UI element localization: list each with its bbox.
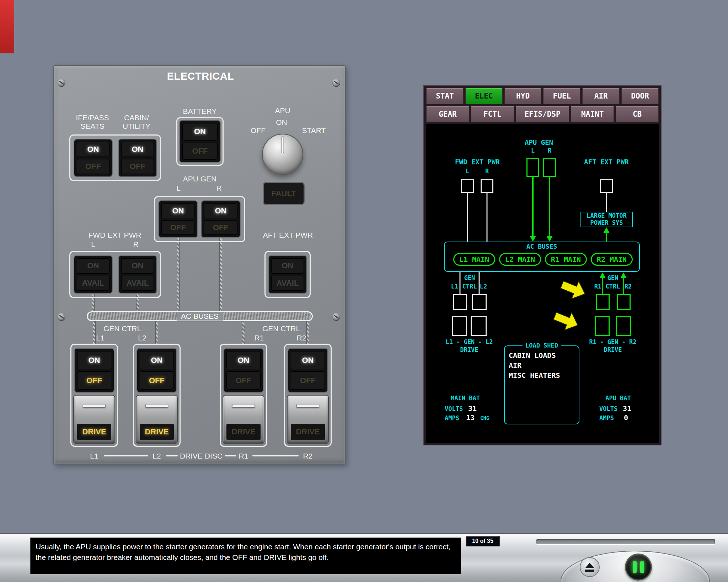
gen-ctrl-left-label: GEN CTRL — [103, 324, 141, 333]
cabin-utility-switch[interactable]: ON OFF — [118, 139, 157, 177]
load-shed-label: LOAD SHED — [523, 342, 561, 349]
gen-ctrl-l2-off-light: OFF — [140, 371, 174, 390]
r1-main-bus: R1 MAIN — [545, 253, 587, 266]
wire — [93, 321, 96, 344]
player-bar: Usually, the APU supplies power to the s… — [0, 533, 728, 582]
battery-switch[interactable]: ON OFF — [179, 120, 221, 163]
gen-ctrl-r1-switch[interactable]: ON OFF — [223, 348, 264, 393]
syn-right-drive: DRIVE — [604, 346, 622, 353]
gen-ctrl-r2-drive-light: DRIVE — [291, 424, 325, 440]
ife-off-light: OFF — [77, 159, 109, 174]
screw-icon — [58, 313, 65, 321]
eject-icon-bar — [585, 570, 594, 572]
syn-left-l1: L1 — [451, 283, 458, 290]
tab-maint[interactable]: MAINT — [571, 106, 614, 122]
r2-gen-drive-box — [616, 316, 631, 336]
apu-gen-r-switch[interactable]: ON OFF — [201, 200, 241, 238]
tab-efis-dsp[interactable]: EFIS/DSP — [516, 106, 569, 122]
battery-off-light: OFF — [182, 143, 218, 160]
tab-fctl[interactable]: FCTL — [471, 106, 514, 122]
r2-gen-ctrl-box — [617, 294, 631, 310]
syn-left-ctrl: CTRL — [462, 283, 477, 290]
r1-gen-ctrl-box — [596, 294, 610, 310]
red-sidebar-fragment — [0, 0, 14, 53]
fwd-ext-l-label: L — [91, 240, 95, 249]
gen-ctrl-r1-drive-light: DRIVE — [226, 424, 261, 440]
tab-air[interactable]: AIR — [582, 88, 620, 104]
electrical-panel: ELECTRICAL IFE/PASSSEATS CABIN/UTILITY O… — [53, 65, 346, 465]
gen-ctrl-r1-guard[interactable]: DRIVE — [223, 395, 264, 444]
main-bat-volts-label: VOLTS — [445, 405, 463, 412]
fwd-ext-l-avail-light: AVAIL — [77, 276, 109, 291]
apu-label: APU — [275, 106, 290, 115]
gen-ctrl-r2-guard[interactable]: DRIVE — [287, 395, 329, 444]
syn-apu-gen-label: APU GEN — [525, 138, 553, 146]
fwd-ext-pwr-l-switch[interactable]: ON AVAIL — [74, 255, 113, 294]
apu-bat-amps-label: AMPS — [599, 414, 614, 422]
syn-right-gen-caption: R1 - GEN - R2 — [589, 338, 636, 345]
apu-on-label: ON — [276, 118, 287, 127]
gen-ctrl-r1-handle — [232, 404, 255, 407]
highlight-arrow-icon — [558, 276, 589, 303]
apu-gen-r-label: R — [216, 184, 221, 192]
fwd-ext-pwr-r-switch[interactable]: ON AVAIL — [118, 255, 157, 294]
tab-gear[interactable]: GEAR — [426, 106, 469, 122]
eicas-display-unit: STAT ELEC HYD FUEL AIR DOOR GEAR FCTL EF… — [423, 85, 662, 445]
gen-ctrl-l1-guard[interactable]: DRIVE — [73, 395, 115, 444]
l2-gen-ctrl-box — [472, 294, 487, 310]
gen-ctrl-r1-label: R1 — [255, 334, 264, 342]
apu-bat-volts-value: 31 — [623, 404, 631, 413]
wire — [306, 321, 309, 344]
ife-pass-seats-switch[interactable]: ON OFF — [74, 139, 113, 177]
gen-ctrl-r2-off-light: OFF — [291, 371, 325, 390]
pause-button[interactable] — [625, 554, 652, 581]
l1-main-bus: L1 MAIN — [453, 253, 495, 266]
battery-on-light: ON — [182, 123, 218, 141]
syn-apu-gen-r: R — [548, 147, 551, 154]
progress-bar[interactable] — [536, 539, 715, 544]
large-motor-power-sys-box: LARGE MOTOR POWER SYS — [580, 212, 633, 227]
syn-fwd-ext-label: FWD EXT PWR — [455, 158, 500, 166]
gen-ctrl-l2-label: L2 — [138, 334, 146, 342]
syn-left-l2: L2 — [480, 283, 487, 290]
gen-ctrl-l2-guard[interactable]: DRIVE — [136, 395, 178, 444]
main-bat-label: MAIN BAT — [451, 395, 480, 402]
r1-gen-drive-box — [595, 316, 610, 336]
gen-ctrl-r2-switch[interactable]: ON OFF — [288, 348, 328, 393]
syn-fwd-r: R — [485, 168, 489, 175]
apu-bat-volts-label: VOLTS — [599, 405, 617, 412]
apu-start-selector-knob[interactable] — [262, 134, 303, 175]
gen-ctrl-l1-label: L1 — [96, 334, 104, 342]
highlight-arrow-icon — [551, 307, 582, 334]
tab-fuel[interactable]: FUEL — [543, 88, 580, 104]
gen-ctrl-l1-off-light: OFF — [77, 371, 111, 390]
syn-right-gen: GEN — [607, 274, 619, 281]
gen-ctrl-l2-on-light: ON — [140, 351, 174, 369]
gen-ctrl-l1-switch[interactable]: ON OFF — [74, 348, 114, 393]
syn-right-r2: R2 — [625, 283, 632, 290]
gen-ctrl-r2-handle — [296, 404, 319, 407]
apu-gen-l-switch[interactable]: ON OFF — [158, 200, 198, 238]
cabin-on-light: ON — [121, 142, 154, 157]
wire — [219, 238, 222, 311]
syn-fwd-l: L — [466, 168, 469, 175]
legend-line — [166, 455, 178, 456]
tab-cb[interactable]: CB — [616, 106, 659, 122]
tab-door[interactable]: DOOR — [621, 88, 659, 104]
fwd-ext-r-box — [481, 179, 493, 193]
fwd-ext-pwr-label: FWD EXT PWR — [89, 231, 141, 239]
l2-main-bus: L2 MAIN — [499, 253, 541, 266]
tab-hyd[interactable]: HYD — [504, 88, 542, 104]
syn-left-gen: GEN — [464, 274, 475, 281]
ac-buses-bar: AC BUSES — [87, 311, 313, 321]
elec-synoptic: APU GEN L R FWD EXT PWR L R AFT EXT PWR … — [426, 124, 659, 443]
tab-elec[interactable]: ELEC — [465, 88, 503, 104]
gen-ctrl-l2-switch[interactable]: ON OFF — [136, 348, 177, 393]
aft-ext-pwr-switch[interactable]: ON AVAIL — [268, 255, 307, 294]
lesson-caption: Usually, the APU supplies power to the s… — [30, 538, 461, 574]
drive-disc-r1-label: R1 — [239, 452, 248, 460]
tab-stat[interactable]: STAT — [426, 88, 464, 104]
drive-disc-r2-label: R2 — [303, 452, 313, 460]
eject-button[interactable] — [580, 557, 600, 577]
aft-ext-on-light: ON — [271, 258, 304, 274]
